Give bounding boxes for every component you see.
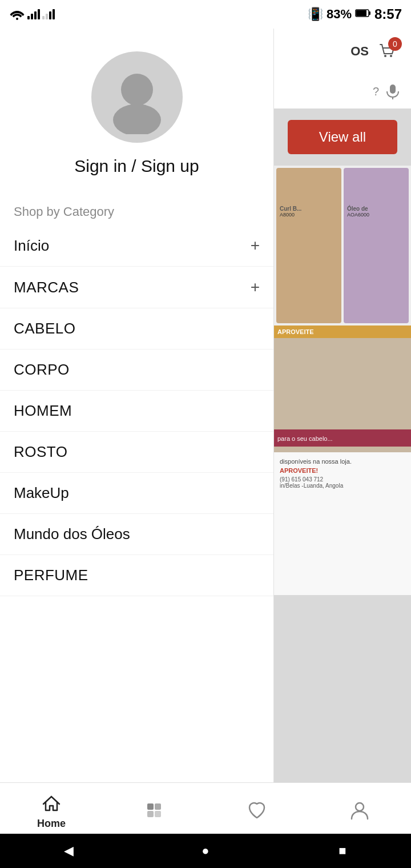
nav-profile[interactable]	[308, 799, 411, 824]
promo-phone: (91) 615 043 712	[280, 476, 405, 483]
nav-wishlist[interactable]	[206, 799, 308, 824]
status-left	[9, 9, 55, 20]
svg-rect-10	[147, 803, 154, 810]
menu-item-perfume[interactable]: PERFUME	[0, 555, 273, 596]
product-card-1[interactable]: Curl B... A8000	[276, 168, 341, 323]
time-display: 8:57	[374, 6, 402, 22]
app-name-text: OS	[350, 44, 369, 59]
menu-label-marcas: MARCAS	[14, 279, 79, 296]
menu-item-cabelo[interactable]: CABELO	[0, 308, 273, 349]
promo-location: in/Belas -Luanda, Angola	[280, 483, 405, 489]
drawer-menu: Início + MARCAS + CABELO CORPO HOMEM ROS…	[0, 225, 273, 811]
promo-cta-text: APROVEITE!	[280, 467, 405, 474]
main-area: Sign in / Sign up Shop by Category Iníci…	[0, 29, 411, 839]
cart-button[interactable]: 0	[373, 37, 402, 66]
svg-rect-3	[369, 11, 370, 15]
svg-point-5	[113, 104, 161, 134]
back-button[interactable]: ◀	[54, 837, 83, 865]
product-name-1: Curl B...	[280, 206, 338, 212]
svg-point-6	[384, 55, 386, 57]
menu-label-mundo-oleos: Mundo dos Óleos	[14, 525, 130, 543]
svg-point-7	[390, 55, 392, 57]
svg-rect-13	[155, 811, 161, 817]
menu-item-corpo[interactable]: CORPO	[0, 349, 273, 391]
recent-button[interactable]: ■	[328, 837, 357, 865]
battery-icon	[355, 7, 371, 22]
banner-text: para o seu cabelo...	[277, 435, 333, 442]
menu-item-inicio[interactable]: Início +	[0, 225, 273, 267]
cart-badge: 0	[388, 37, 402, 51]
view-all-button[interactable]: View all	[288, 120, 397, 154]
battery-icon-svg	[355, 8, 371, 18]
svg-point-0	[16, 18, 18, 20]
wifi-icon	[9, 9, 25, 20]
plus-icon-marcas: +	[251, 278, 260, 296]
svg-rect-12	[147, 811, 154, 817]
product-price-1: A8000	[280, 212, 338, 218]
status-bar: 📳 83% 8:57	[0, 0, 411, 29]
menu-label-perfume: PERFUME	[14, 566, 88, 584]
menu-item-homem[interactable]: HOMEM	[0, 391, 273, 432]
menu-label-corpo: CORPO	[14, 361, 70, 379]
promo-aproveite: APROVEITE	[277, 328, 314, 335]
menu-label-cabelo: CABELO	[14, 320, 76, 337]
drawer-profile: Sign in / Sign up	[0, 29, 273, 193]
recent-icon: ■	[339, 843, 346, 858]
side-drawer: Sign in / Sign up Shop by Category Iníci…	[0, 29, 274, 811]
avatar[interactable]	[91, 51, 183, 143]
menu-label-makeup: MakeUp	[14, 484, 69, 502]
home-button[interactable]: ●	[191, 837, 220, 865]
product-price-2: AOA6000	[347, 212, 405, 218]
bottom-nav: Home	[0, 782, 411, 839]
home-nav-icon: ●	[202, 843, 209, 858]
category-header: Shop by Category	[0, 193, 273, 225]
svg-point-14	[356, 803, 364, 811]
nav-palette[interactable]	[103, 799, 206, 824]
menu-label-rosto: ROSTO	[14, 443, 67, 461]
home-icon	[40, 793, 63, 815]
menu-item-mundo-oleos[interactable]: Mundo dos Óleos	[0, 514, 273, 555]
menu-label-inicio: Início	[14, 237, 49, 255]
right-content-overlay: OS 0 ? View all	[274, 29, 411, 811]
sign-in-button[interactable]: Sign in / Sign up	[74, 156, 199, 176]
back-icon: ◀	[64, 843, 74, 858]
plus-icon-inicio: +	[251, 236, 260, 255]
menu-item-marcas[interactable]: MARCAS +	[0, 267, 273, 308]
palette-icon	[143, 799, 166, 822]
avatar-icon	[100, 60, 174, 134]
svg-rect-2	[356, 10, 366, 16]
signal-icon	[27, 9, 40, 19]
person-icon	[348, 799, 371, 822]
svg-point-4	[121, 74, 153, 106]
svg-rect-11	[155, 803, 161, 810]
menu-item-rosto[interactable]: ROSTO	[0, 432, 273, 473]
svg-rect-8	[390, 85, 396, 94]
promo-area: disponíveis na nossa loja. APROVEITE! (9…	[274, 452, 411, 595]
signal-icon-2	[42, 9, 55, 19]
nav-home-label: Home	[37, 818, 66, 830]
banner-area: para o seu cabelo...	[274, 338, 411, 452]
heart-icon	[245, 799, 268, 822]
promo-store-text: disponíveis na nossa loja.	[280, 458, 405, 465]
products-area: Curl B... A8000 Óleo de AOA6000	[274, 166, 411, 326]
nav-home[interactable]: Home	[0, 793, 103, 830]
product-card-2[interactable]: Óleo de AOA6000	[344, 168, 409, 323]
vibrate-icon: 📳	[308, 7, 323, 22]
promo-strip: APROVEITE	[274, 326, 411, 338]
search-bar: ?	[274, 74, 411, 108]
view-all-section: View all	[274, 108, 411, 166]
menu-item-makeup[interactable]: MakeUp	[0, 473, 273, 514]
android-nav: ◀ ● ■	[0, 834, 411, 868]
menu-label-homem: HOMEM	[14, 402, 72, 420]
right-topbar: OS 0	[274, 29, 411, 74]
product-name-2: Óleo de	[347, 206, 405, 212]
status-right: 📳 83% 8:57	[308, 6, 402, 22]
battery-percent: 83%	[327, 7, 352, 22]
mic-icon[interactable]	[384, 82, 402, 101]
